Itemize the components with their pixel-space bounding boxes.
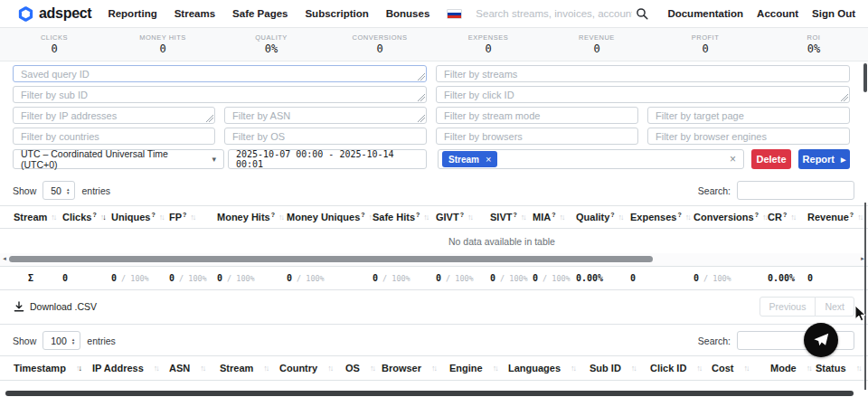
asn-input[interactable] [224, 107, 427, 124]
column-header-safe-hits[interactable]: Safe Hits?↑↓ [373, 212, 436, 222]
column-header-conversions[interactable]: Conversions?↑↓ [693, 212, 768, 222]
group-by-tag-stream[interactable]: Stream × [442, 151, 497, 167]
sort-icon[interactable]: ↑↓ [159, 213, 165, 222]
column-header-expenses[interactable]: Expenses?↑↓ [630, 212, 693, 222]
nav-item-subscription[interactable]: Subscription [305, 8, 368, 19]
sort-icon[interactable]: ↑↓ [51, 213, 57, 222]
download-csv-link[interactable]: Download .CSV [14, 301, 97, 312]
saved-query-input[interactable] [13, 65, 427, 82]
column-header-cr[interactable]: CR?↑↓ [768, 212, 807, 222]
column-header-timestamp[interactable]: Timestamp↑↓ [14, 363, 92, 373]
date-range-input[interactable]: 2025-10-07 00:00 - 2025-10-14 00:01 [228, 149, 427, 169]
column-header-quality[interactable]: Quality?↑↓ [576, 212, 630, 222]
column-header-os[interactable]: OS↑↓ [345, 363, 382, 373]
clear-selection-icon[interactable]: × [728, 153, 738, 165]
browsers-input[interactable] [436, 128, 638, 145]
sort-icon[interactable]: ↑↓ [571, 364, 577, 373]
column-header-sivt[interactable]: SIVT?↑↓ [490, 212, 533, 222]
nav-item-reporting[interactable]: Reporting [108, 8, 156, 19]
sort-icon[interactable]: ↑↓ [467, 213, 474, 222]
tag-remove-icon[interactable]: × [486, 154, 491, 165]
report-button[interactable]: Report ▶ [798, 149, 850, 169]
column-header-stream[interactable]: Stream↑↓ [220, 363, 279, 373]
table2-page-size-select[interactable]: 100 ▴ ▾ [42, 331, 80, 350]
sort-icon[interactable]: ↑↓ [790, 213, 797, 222]
column-header-click-id[interactable]: Click ID↑↓ [650, 363, 712, 373]
search-icon[interactable] [636, 7, 648, 20]
column-header-givt[interactable]: GIVT?↑↓ [436, 212, 490, 222]
vertical-scrollbar-thumb[interactable] [863, 63, 867, 92]
browser-engines-input[interactable] [647, 128, 850, 145]
russian-flag-icon[interactable] [447, 9, 462, 19]
streams-filter-input[interactable] [436, 65, 850, 82]
nav-link-documentation[interactable]: Documentation [667, 8, 743, 19]
timezone-select[interactable]: UTC – Coordinated Universal Time (UTC+0)… [13, 149, 224, 169]
sort-icon[interactable]: ↑↓ [685, 213, 692, 222]
sort-icon[interactable]: ↑↓ [743, 364, 750, 373]
sort-icon[interactable]: ↑↓ [857, 213, 863, 222]
sort-icon[interactable]: ↑↓ [431, 364, 438, 373]
nav-link-account[interactable]: Account [757, 8, 798, 19]
group-by-multiselect[interactable]: Stream × × [438, 149, 744, 169]
stream-mode-input[interactable] [436, 107, 638, 124]
sort-icon[interactable]: ↑↓ [856, 364, 863, 373]
sort-icon[interactable]: ↑↓ [618, 213, 625, 222]
nav-link-sign-out[interactable]: Sign Out [812, 8, 855, 19]
sort-icon[interactable]: ↑↓ [100, 213, 107, 222]
sort-icon[interactable]: ↑↓ [559, 213, 565, 222]
column-header-money-hits[interactable]: Money Hits?↑↓ [217, 212, 287, 222]
column-header-money-uniques[interactable]: Money Uniques?↑↓ [287, 212, 373, 222]
search-label: Search: [698, 336, 731, 346]
sort-icon[interactable]: ↑↓ [370, 364, 376, 373]
sort-icon[interactable]: ↑↓ [154, 364, 160, 373]
previous-button[interactable]: Previous [760, 297, 816, 317]
column-header-cost[interactable]: Cost↑↓ [712, 363, 770, 373]
column-header-asn[interactable]: ASN↑↓ [169, 363, 220, 373]
sort-icon[interactable]: ↑↓ [263, 364, 269, 373]
nav-item-safe-pages[interactable]: Safe Pages [232, 8, 288, 19]
sort-icon[interactable]: ↑↓ [696, 364, 703, 373]
column-header-uniques[interactable]: Uniques?↑↓ [111, 212, 169, 222]
sort-icon[interactable]: ↑↓ [76, 364, 82, 373]
sort-icon[interactable]: ↑↓ [190, 213, 196, 222]
scroll-left-icon[interactable]: ◄ [2, 256, 7, 261]
sort-icon[interactable]: ↑↓ [327, 364, 334, 373]
column-header-mode[interactable]: Mode↑↓ [770, 363, 816, 373]
sub-id-input[interactable] [13, 86, 427, 103]
column-header-browser[interactable]: Browser↑↓ [382, 363, 449, 373]
column-header-country[interactable]: Country↑↓ [279, 363, 345, 373]
nav-item-bonuses[interactable]: Bonuses [386, 8, 430, 19]
sort-icon[interactable]: ↑↓ [423, 213, 429, 222]
column-header-stream[interactable]: Stream↑↓ [14, 212, 62, 222]
click-id-input[interactable] [436, 86, 850, 103]
column-header-ip-address[interactable]: IP Address↑↓ [92, 363, 169, 373]
os-input[interactable] [224, 128, 427, 145]
telegram-button[interactable] [804, 323, 838, 357]
table1-page-size-select[interactable]: 50 ▴ ▾ [42, 181, 75, 200]
logo[interactable]: adspect [18, 5, 91, 22]
sort-icon[interactable]: ↑↓ [493, 364, 499, 373]
ip-input[interactable] [13, 107, 215, 124]
delete-button[interactable]: Delete [751, 149, 791, 169]
sort-icon[interactable]: ↑↓ [521, 213, 527, 222]
table1-search-input[interactable] [737, 181, 854, 200]
sort-icon[interactable]: ↑↓ [631, 364, 637, 373]
column-header-languages[interactable]: Languages↑↓ [508, 363, 590, 373]
sort-icon[interactable]: ↑↓ [807, 364, 813, 373]
target-page-input[interactable] [647, 107, 850, 124]
nav-item-streams[interactable]: Streams [175, 8, 215, 19]
sort-icon[interactable]: ↑↓ [278, 213, 285, 222]
bottom-horizontal-scrollbar-thumb[interactable] [5, 391, 854, 396]
global-search-input[interactable] [474, 7, 634, 20]
column-header-sub-id[interactable]: Sub ID↑↓ [590, 363, 650, 373]
countries-input[interactable] [13, 128, 215, 145]
column-header-revenue[interactable]: Revenue?↑↓ [807, 212, 854, 222]
column-header-fp[interactable]: FP?↑↓ [169, 212, 217, 222]
next-button[interactable]: Next [815, 297, 854, 317]
scrollbar-thumb[interactable] [9, 256, 653, 262]
column-header-clicks[interactable]: Clicks?↑↓ [62, 212, 111, 222]
column-header-mia[interactable]: MIA?↑↓ [533, 212, 576, 222]
column-header-status[interactable]: Status↑↓ [816, 363, 859, 373]
sort-icon[interactable]: ↑↓ [200, 364, 206, 373]
column-header-engine[interactable]: Engine↑↓ [449, 363, 508, 373]
